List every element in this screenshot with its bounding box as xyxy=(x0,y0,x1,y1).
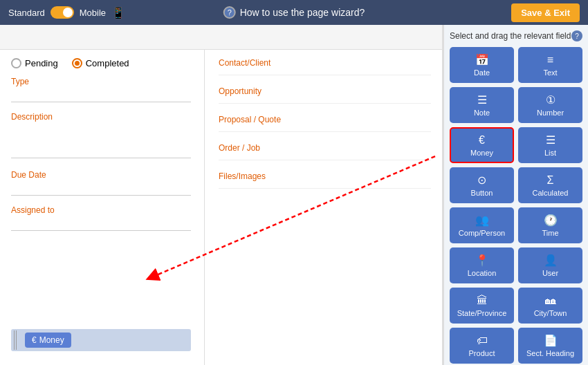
field-tile-list[interactable]: ☰ List xyxy=(518,127,582,163)
comp-person-icon: 👥 xyxy=(475,214,489,227)
money-badge: € Money xyxy=(25,333,71,348)
state-icon: 🏛 xyxy=(477,294,488,307)
user-label: User xyxy=(542,269,558,277)
money-icon: € xyxy=(479,134,485,147)
field-tile-state[interactable]: 🏛 State/Province xyxy=(450,288,514,324)
user-icon: 👤 xyxy=(544,254,558,267)
product-label: Product xyxy=(469,349,495,357)
panel-header-text: Select and drag the relevant field xyxy=(450,31,571,41)
files-item: Files/Images xyxy=(219,171,431,189)
field-tile-number[interactable]: ① Number xyxy=(518,87,582,123)
field-tile-sect-heading[interactable]: 📄 Sect. Heading xyxy=(518,328,582,364)
type-input[interactable] xyxy=(11,88,191,102)
euro-icon: € xyxy=(32,335,37,345)
form-divider xyxy=(204,50,205,365)
view-toggle[interactable] xyxy=(50,6,74,19)
field-tile-calculated[interactable]: Σ Calculated xyxy=(518,167,582,203)
date-label: Date xyxy=(474,68,490,77)
field-tile-note[interactable]: ☰ Note xyxy=(450,87,514,123)
city-label: City/Town xyxy=(534,309,567,317)
field-grid: 📅 Date ≡ Text ☰ Note ① Number € Money xyxy=(450,47,582,364)
completed-radio[interactable] xyxy=(72,58,82,68)
money-label: Money xyxy=(470,149,493,157)
drop-strip: € Money xyxy=(11,329,191,351)
top-bar: Standard Mobile 📱 ? How to use the page … xyxy=(0,0,588,25)
right-panel: Select and drag the relevant field ? 📅 D… xyxy=(443,25,588,365)
toolbar-strip xyxy=(0,25,442,50)
field-tile-location[interactable]: 📍 Location xyxy=(450,247,514,283)
number-icon: ① xyxy=(546,93,555,106)
mobile-label: Mobile xyxy=(80,8,106,18)
drop-zone-area: € Money xyxy=(0,329,442,351)
completed-option[interactable]: Completed xyxy=(72,58,129,68)
left-panel: Pending Completed Type Description Due D… xyxy=(0,25,443,365)
help-label: How to use the page wizard? xyxy=(240,7,365,18)
pending-radio[interactable] xyxy=(11,58,21,68)
sect-heading-label: Sect. Heading xyxy=(526,349,574,357)
panel-help-icon[interactable]: ? xyxy=(571,30,582,41)
save-exit-button[interactable]: Save & Exit xyxy=(511,3,580,22)
due-date-input[interactable] xyxy=(11,182,191,196)
help-icon: ? xyxy=(223,6,236,19)
button-label: Button xyxy=(471,189,493,197)
time-label: Time xyxy=(542,229,558,237)
state-label: State/Province xyxy=(457,309,507,317)
contact-item: Contact/Client xyxy=(219,58,431,75)
button-icon: ⊙ xyxy=(477,174,486,187)
product-icon: 🏷 xyxy=(477,335,488,347)
drop-handle xyxy=(14,330,18,350)
field-tile-button[interactable]: ⊙ Button xyxy=(450,167,514,203)
description-input[interactable] xyxy=(11,124,191,158)
time-icon: 🕐 xyxy=(544,214,558,227)
list-icon: ☰ xyxy=(546,133,555,147)
field-tile-date[interactable]: 📅 Date xyxy=(450,47,514,83)
location-label: Location xyxy=(468,269,497,277)
number-label: Number xyxy=(537,109,564,117)
comp-person-label: Comp/Person xyxy=(459,229,505,237)
calculated-label: Calculated xyxy=(533,189,569,197)
calculated-icon: Σ xyxy=(547,174,554,187)
field-tile-comp-person[interactable]: 👥 Comp/Person xyxy=(450,207,514,243)
help-center: ? How to use the page wizard? xyxy=(223,6,365,19)
text-label: Text xyxy=(543,68,557,77)
field-tile-text[interactable]: ≡ Text xyxy=(518,47,582,83)
field-tile-product[interactable]: 🏷 Product xyxy=(450,328,514,364)
field-tile-city[interactable]: 🏘 City/Town xyxy=(518,288,582,324)
sect-heading-icon: 📄 xyxy=(544,334,558,347)
view-switcher: Standard Mobile 📱 xyxy=(8,6,125,19)
field-tile-time[interactable]: 🕐 Time xyxy=(518,207,582,243)
location-icon: 📍 xyxy=(475,254,489,267)
mobile-icon: 📱 xyxy=(111,6,125,19)
main-layout: Pending Completed Type Description Due D… xyxy=(0,25,588,365)
field-tile-user[interactable]: 👤 User xyxy=(518,247,582,283)
note-icon: ☰ xyxy=(477,93,487,106)
text-icon: ≡ xyxy=(547,54,553,66)
field-tile-money[interactable]: € Money xyxy=(450,127,514,163)
pending-label: Pending xyxy=(25,58,58,68)
city-icon: 🏘 xyxy=(545,294,556,307)
order-item: Order / Job xyxy=(219,143,431,160)
money-badge-label: Money xyxy=(39,335,64,345)
assigned-to-field: Assigned to xyxy=(11,205,431,231)
proposal-item: Proposal / Quote xyxy=(219,115,431,132)
note-label: Note xyxy=(474,109,490,117)
opportunity-item: Opportunity xyxy=(219,86,431,104)
date-icon: 📅 xyxy=(475,53,489,66)
pending-option[interactable]: Pending xyxy=(11,58,58,68)
form-right: Contact/Client Opportunity Proposal / Qu… xyxy=(208,50,442,208)
list-label: List xyxy=(544,149,556,157)
right-panel-header: Select and drag the relevant field ? xyxy=(450,30,582,41)
standard-label: Standard xyxy=(8,8,45,18)
assigned-to-input[interactable] xyxy=(11,217,191,231)
completed-label: Completed xyxy=(86,58,129,68)
